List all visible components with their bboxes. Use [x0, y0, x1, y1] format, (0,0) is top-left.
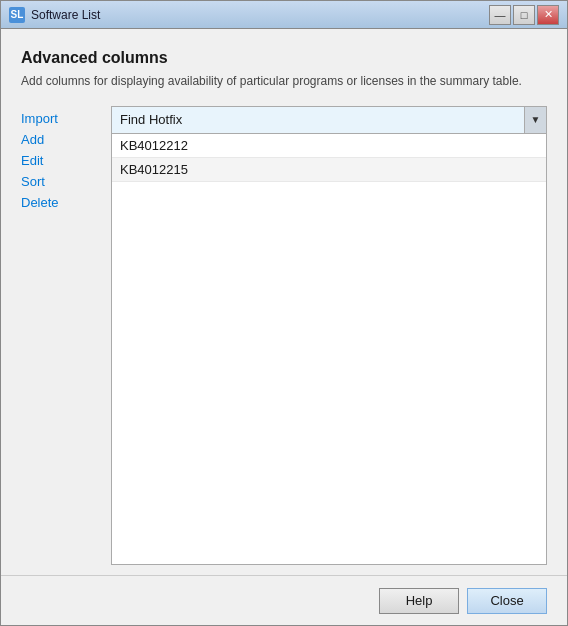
- maximize-button[interactable]: □: [513, 5, 535, 25]
- title-bar-buttons: — □ ✕: [489, 5, 559, 25]
- list-item[interactable]: KB4012212: [112, 134, 546, 158]
- close-button[interactable]: Close: [467, 588, 547, 614]
- footer: Help Close: [1, 575, 567, 625]
- close-title-button[interactable]: ✕: [537, 5, 559, 25]
- help-button[interactable]: Help: [379, 588, 459, 614]
- window-title: Software List: [31, 8, 489, 22]
- sidebar-link-edit[interactable]: Edit: [21, 152, 111, 169]
- list-item[interactable]: KB4012215: [112, 158, 546, 182]
- content-area: Advanced columns Add columns for display…: [1, 29, 567, 575]
- page-title: Advanced columns: [21, 49, 547, 67]
- list-panel: Find Hotfix Find Software Find License ▼…: [111, 106, 547, 565]
- page-description: Add columns for displaying availability …: [21, 73, 547, 90]
- sidebar-link-sort[interactable]: Sort: [21, 173, 111, 190]
- window-icon: SL: [9, 7, 25, 23]
- minimize-button[interactable]: —: [489, 5, 511, 25]
- main-window: SL Software List — □ ✕ Advanced columns …: [0, 0, 568, 626]
- sidebar-link-import[interactable]: Import: [21, 110, 111, 127]
- window-icon-text: SL: [11, 9, 24, 20]
- sidebar-link-add[interactable]: Add: [21, 131, 111, 148]
- sidebar: Import Add Edit Sort Delete: [21, 106, 111, 565]
- dropdown-arrow-icon[interactable]: ▼: [524, 107, 546, 133]
- title-bar: SL Software List — □ ✕: [1, 1, 567, 29]
- sidebar-link-delete[interactable]: Delete: [21, 194, 111, 211]
- dropdown-bar: Find Hotfix Find Software Find License ▼: [112, 107, 546, 134]
- main-panel: Import Add Edit Sort Delete Find Hotfix …: [21, 106, 547, 565]
- list-items: KB4012212 KB4012215: [112, 134, 546, 564]
- hotfix-dropdown[interactable]: Find Hotfix Find Software Find License: [112, 108, 524, 131]
